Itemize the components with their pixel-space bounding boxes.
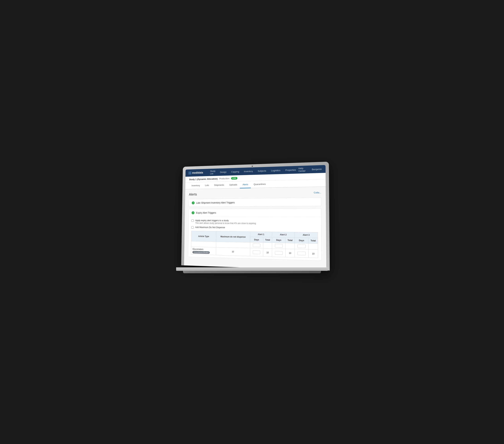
- alert1-total-header: Total: [263, 237, 272, 243]
- late-shipment-header: Late Shipment Inventory Alert Triggers: [189, 198, 321, 207]
- apply-expiry-sublabel: This alert allows study personal to know…: [195, 222, 256, 225]
- max-dnd-checkbox[interactable]: [191, 226, 194, 229]
- collapse-link[interactable]: Colla...: [314, 191, 321, 194]
- alert1-days-header-input[interactable]: [253, 244, 260, 247]
- tab-uploads[interactable]: Uploads: [227, 181, 240, 189]
- col-alert3: Alert 3: [295, 232, 318, 238]
- alert2-days-header-input[interactable]: [275, 244, 283, 248]
- nav-properties[interactable]: Properties: [283, 166, 298, 174]
- late-shipment-section: Late Shipment Inventory Alert Triggers: [189, 197, 321, 207]
- laptop-base: [176, 267, 328, 271]
- alert1-days-input[interactable]: [253, 250, 260, 254]
- user-name[interactable]: Benjamin: [312, 168, 322, 171]
- nav-study-list[interactable]: Study List: [208, 169, 218, 176]
- page-title: Alerts: [189, 193, 197, 196]
- expiry-section-header: Expiry Alert Triggers: [189, 208, 321, 217]
- alert2-total-cell: 10: [286, 249, 295, 257]
- logo-icon: [189, 172, 191, 174]
- alert3-days-cell: [295, 249, 308, 258]
- live-badge: LIVE: [231, 177, 237, 180]
- main-content: Alerts Colla... Late Shipment Inventory …: [184, 187, 326, 270]
- tab-quarantines[interactable]: Quarantines: [251, 181, 268, 188]
- alert2-days-header: Days: [272, 237, 286, 243]
- col-alert1: Alert 1: [250, 232, 272, 237]
- study-name: Study 1 (Dynamic Allocation): [189, 178, 217, 181]
- nav-inventory[interactable]: Inventory: [241, 167, 255, 175]
- alert1-days-header: Days: [250, 237, 263, 243]
- alert3-days-input-header: [295, 243, 308, 249]
- alert2-total-empty: [286, 243, 295, 249]
- expiry-check-icon: [192, 211, 195, 214]
- help-center-link[interactable]: Help Center: [298, 167, 309, 172]
- laptop-bottom: [183, 271, 321, 273]
- max-dnd-empty: [216, 242, 250, 248]
- alert1-days-input-header: [250, 242, 263, 249]
- alert3-days-header-input[interactable]: [298, 244, 306, 248]
- article-type-name: Glucometers: [193, 248, 215, 251]
- nav-right: Help Center Benjamin: [298, 166, 322, 172]
- apply-expiry-label: Apply expiry alert triggers to a study: [195, 219, 256, 222]
- alert3-total-empty: [308, 243, 318, 249]
- logo-text: medidata: [192, 171, 203, 174]
- alert2-days-cell: [272, 249, 286, 257]
- logo: medidata: [189, 171, 203, 175]
- alert3-days-input[interactable]: [298, 251, 306, 255]
- apply-expiry-checkbox[interactable]: [191, 219, 194, 222]
- article-type-empty: [191, 241, 216, 247]
- late-shipment-check-icon: [192, 201, 195, 204]
- alert1-total-empty: [263, 243, 272, 249]
- page-header: Alerts Colla...: [189, 190, 321, 196]
- alert3-total-cell: 10: [308, 249, 318, 258]
- alert2-days-input[interactable]: [275, 251, 283, 255]
- col-article-type: Article Type: [191, 231, 216, 242]
- alert3-total-header: Total: [308, 238, 318, 244]
- apply-checkbox-row: Apply expiry alert triggers to a study T…: [191, 219, 318, 225]
- col-alert2: Alert 2: [272, 232, 295, 238]
- expiry-section-title: Expiry Alert Triggers: [196, 212, 216, 214]
- alert1-days-cell: [250, 248, 263, 256]
- camera: [252, 166, 253, 167]
- col-max-dnd: Maximum do not dispense: [216, 231, 250, 242]
- alert-table: Article Type Maximum do not dispense Ale…: [191, 231, 318, 258]
- tab-alerts[interactable]: Alerts: [240, 181, 251, 188]
- expiry-body: Apply expiry alert triggers to a study T…: [188, 217, 322, 261]
- alert2-total-header: Total: [286, 237, 295, 243]
- article-type-cell: Glucometers Unnumbered Blinded: [191, 247, 216, 255]
- late-shipment-title: Late Shipment Inventory Alert Triggers: [196, 201, 235, 204]
- nav-subjects[interactable]: Subjects: [255, 167, 269, 175]
- tab-inventory[interactable]: Inventory: [189, 182, 202, 189]
- tab-lots[interactable]: Lots: [202, 182, 212, 189]
- tab-shipments[interactable]: Shipments: [212, 182, 227, 189]
- alert3-days-header: Days: [295, 237, 308, 243]
- nav-capping[interactable]: Capping: [229, 168, 242, 176]
- max-dnd-value: 10: [216, 247, 250, 256]
- max-dnd-label: Add Maximum Do Not Dispense: [195, 226, 225, 229]
- nav-design[interactable]: Design: [218, 168, 229, 176]
- kit-type-badge: Unnumbered Blinded: [193, 251, 210, 254]
- alert2-days-input-header: [272, 243, 286, 249]
- nav-logisitics[interactable]: Logisitics: [269, 166, 283, 175]
- expiry-section: Expiry Alert Triggers Apply expiry alert…: [188, 208, 322, 261]
- study-environment: Production: [219, 177, 229, 180]
- alert1-total-cell: 10: [263, 249, 272, 257]
- max-dnd-checkbox-row: Add Maximum Do Not Dispense: [191, 226, 318, 230]
